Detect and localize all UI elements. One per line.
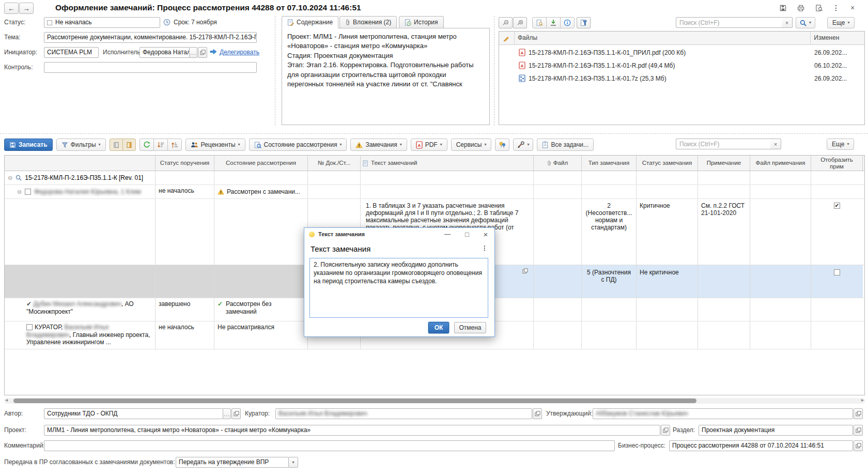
print-icon[interactable] <box>796 3 806 12</box>
close-dialog-button[interactable]: × <box>480 229 491 239</box>
sort-descending-button[interactable] <box>153 139 168 151</box>
delegate-link[interactable]: Делегировать <box>220 49 259 56</box>
tab-history[interactable]: История <box>399 16 444 28</box>
process-open-button[interactable] <box>854 440 863 451</box>
refresh-button[interactable] <box>140 139 154 151</box>
files-column-header[interactable]: Файлы <box>515 32 810 44</box>
comment-field[interactable] <box>44 440 615 451</box>
kebab-menu-icon[interactable]: ⋮ <box>831 3 841 12</box>
curator-checkbox[interactable] <box>26 324 33 330</box>
cancel-button[interactable]: Отмена <box>454 322 486 333</box>
curator-field[interactable]: Васильев Илья Владимирович <box>275 408 532 419</box>
executor-open-button[interactable] <box>198 47 207 58</box>
save-icon[interactable] <box>778 3 788 12</box>
reviewer-checkbox[interactable] <box>25 189 31 195</box>
header-remark-text[interactable]: Текст замечаний <box>361 156 534 171</box>
open-remark-icon[interactable] <box>522 268 528 274</box>
dialog-menu-icon[interactable]: ⋮ <box>479 243 490 253</box>
tab-attachments[interactable]: Вложения (2) <box>339 16 397 28</box>
author-ellipsis-button[interactable]: ... <box>223 408 231 419</box>
header-remark-status[interactable]: Статус замечания <box>637 156 698 171</box>
collapse-all-button[interactable] <box>499 17 513 28</box>
remark-textarea[interactable]: 2. Пояснительную записку необходимо допо… <box>309 258 488 318</box>
transfer-dropdown-button[interactable]: ▾ <box>288 457 298 468</box>
header-note-file[interactable]: Файл примечания <box>750 156 811 171</box>
header-note[interactable]: Примечание <box>698 156 750 171</box>
process-field[interactable]: Процесс рассмотрения 44288 от 07.10.2024… <box>669 440 853 451</box>
services-button[interactable]: Сервисы▾ <box>451 139 492 151</box>
grid-more-button[interactable]: Еще▾ <box>827 139 854 150</box>
executor-field[interactable]: Федорова Натал <box>140 47 190 58</box>
files-search-input[interactable] <box>676 17 782 28</box>
show-note-checkbox[interactable]: ✔ <box>834 203 840 209</box>
header-tree[interactable] <box>5 156 156 171</box>
save-button[interactable]: Записать <box>4 139 53 151</box>
header-show-note[interactable]: Отобразить прим <box>811 156 863 171</box>
file-preview-button[interactable] <box>532 17 547 28</box>
pins-button[interactable] <box>495 139 509 151</box>
status-field[interactable]: Не началась <box>44 17 160 28</box>
file-row[interactable]: A 15-2178-КМЛ-П-2.16Э-П35.1.1-К-01-R.pdf… <box>499 59 864 72</box>
files-search-clear-button[interactable]: × <box>782 17 793 28</box>
scrollbar-thumb[interactable] <box>13 398 696 403</box>
modified-column-header[interactable]: Изменен <box>810 32 864 44</box>
header-assignment-status[interactable]: Статус поручения <box>156 156 214 171</box>
toggle-panel-left-button[interactable] <box>110 139 123 151</box>
show-note-checkbox[interactable] <box>834 269 840 275</box>
filters-button[interactable]: Фильтры▾ <box>56 139 106 151</box>
control-field[interactable] <box>44 62 257 73</box>
preview-icon[interactable] <box>814 3 824 12</box>
files-search-go-button[interactable]: ▾ <box>796 17 815 28</box>
pdf-button[interactable]: A PDF▾ <box>411 139 447 151</box>
section-field[interactable]: Проектная документация <box>699 425 853 436</box>
tab-content[interactable]: Содержание <box>282 16 338 28</box>
group-row[interactable]: ⊖ 15-2178-КМЛ-П-2.16Э-П35.1.1-К [Rev. 01… <box>5 171 864 185</box>
file-download-button[interactable] <box>546 17 561 28</box>
file-info-button[interactable] <box>560 17 575 28</box>
author-field[interactable]: Сотрудники ТДО - ОКПД <box>44 408 223 419</box>
minimize-button[interactable]: — <box>442 229 453 239</box>
approver-open-button[interactable] <box>854 408 863 419</box>
curator-open-button[interactable] <box>533 408 542 419</box>
header-remark-type[interactable]: Тип замечания <box>582 156 637 171</box>
collapse-icon[interactable]: ⊖ <box>8 175 12 181</box>
ok-button[interactable]: ОК <box>428 322 449 333</box>
author-open-button[interactable] <box>231 408 241 419</box>
header-doc-no[interactable]: № Док./Ст... <box>308 156 361 171</box>
project-open-button[interactable] <box>661 425 670 436</box>
topic-field[interactable]: Рассмотрение документации, комментирован… <box>44 32 257 43</box>
file-row[interactable]: A 15-2178-КМЛ-П-2.16Э-П35.1.1-К-01_ПРИЛ.… <box>499 46 864 59</box>
expand-all-button[interactable] <box>513 17 527 28</box>
collapse-icon[interactable]: ⊖ <box>17 189 22 195</box>
initiator-field[interactable]: СИСТЕМА PLM <box>44 47 99 58</box>
remarks-button[interactable]: Замечания▾ <box>350 139 407 151</box>
file-row[interactable]: 15-2178-КМЛ-П-2.16Э-П35.1.1-К-01.7z (25,… <box>499 72 864 85</box>
status-checkbox[interactable] <box>47 20 52 25</box>
executor-ellipsis-button[interactable]: ... <box>189 47 197 58</box>
forward-button[interactable]: → <box>19 3 34 14</box>
scroll-left-arrow[interactable]: ◂ <box>5 397 8 403</box>
approver-field[interactable]: Аббакумов Станислав Юрьевич <box>593 408 853 419</box>
grid-search-clear-button[interactable]: × <box>770 139 781 149</box>
tools-button[interactable]: ▾ <box>513 139 533 151</box>
horizontal-scrollbar[interactable]: ◂ ▸ <box>4 398 865 404</box>
section-label: Раздел: <box>673 425 695 435</box>
back-button[interactable]: ← <box>4 3 19 14</box>
reviewer-row[interactable]: ⊖ Федорова Наталия Юрьевна, 1 Клим не на… <box>5 185 864 199</box>
scroll-right-arrow[interactable]: ▸ <box>861 397 864 403</box>
review-state-button[interactable]: Состояние рассмотрения▾ <box>249 139 347 151</box>
maximize-button[interactable]: □ <box>461 229 473 239</box>
section-open-button[interactable] <box>854 425 863 436</box>
sort-ascending-button[interactable] <box>167 139 182 151</box>
project-field[interactable]: МЛМ1 - Линия метрополитена, станция метр… <box>44 425 660 436</box>
toggle-panel-right-button[interactable] <box>122 139 136 151</box>
all-tasks-button[interactable]: Все задачи... <box>537 139 594 151</box>
files-more-button[interactable]: Еще▾ <box>827 17 855 28</box>
header-file[interactable]: Файл <box>534 156 582 171</box>
files-filter-button[interactable] <box>577 17 591 28</box>
reviewers-button[interactable]: Рецензенты▾ <box>185 139 245 151</box>
grid-search-input[interactable] <box>676 139 771 149</box>
header-review-state[interactable]: Состояние рассмотрения <box>214 156 308 171</box>
transfer-select[interactable]: Передать на утверждение ВПР <box>176 457 289 468</box>
close-window-icon[interactable]: × <box>847 3 858 12</box>
